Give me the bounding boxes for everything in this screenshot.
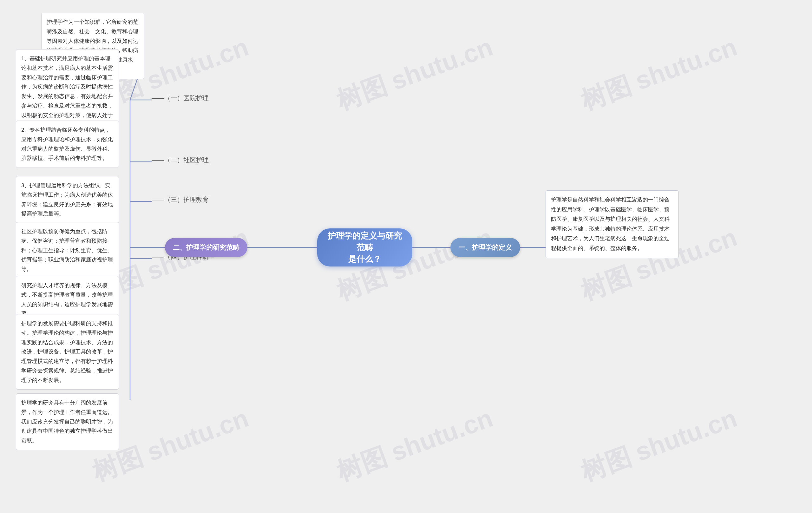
canvas: 树图 shutu.cn 树图 shutu.cn 树图 shutu.cn 树图 s… bbox=[0, 0, 812, 513]
watermark-8: 树图 shutu.cn bbox=[332, 401, 497, 489]
watermark-3: 树图 shutu.cn bbox=[576, 30, 742, 118]
right-branch-node: 一、护理学的定义 bbox=[451, 238, 520, 257]
education-label: ——（三）护理教育 bbox=[152, 195, 209, 204]
hospital-label: ——（一）医院护理 bbox=[152, 94, 209, 103]
community-text-box: 社区护理以预防保健为重点，包括防病、保健咨询；护理普宣教和预防接种；心理卫生指导… bbox=[16, 222, 119, 279]
specialized-text-box: 2、专科护理结合临床各专科的特点，应用专科护理理论和护理技术，如强化对危重病人的… bbox=[16, 120, 119, 168]
watermark-9: 树图 shutu.cn bbox=[576, 401, 742, 489]
community-label: ——（二）社区护理 bbox=[152, 156, 209, 164]
watermark-2: 树图 shutu.cn bbox=[332, 30, 497, 118]
research-text-box-1: 护理学的发展需要护理科研的支持和推动。护理学理论的构建，护理理论与护理实践的结合… bbox=[16, 314, 119, 390]
management-text-box: 3、护理管理运用科学的方法组织、实施临床护理工作；为病人创造优美的休养环境；建立… bbox=[16, 176, 119, 223]
research-text-box-2: 护理学的研究具有十分广阔的发展前景，作为一个护理工作者任重而道远。我们应该充分发… bbox=[16, 393, 119, 450]
center-node: 护理学的定义与研究范畴是什么？ bbox=[317, 228, 412, 266]
left-branch-node: 二、护理学的研究范畴 bbox=[165, 238, 248, 257]
definition-text-box: 护理学是自然科学和社会科学相互渗透的一门综合性的应用学科。护理学以基础医学、临床… bbox=[546, 190, 679, 258]
